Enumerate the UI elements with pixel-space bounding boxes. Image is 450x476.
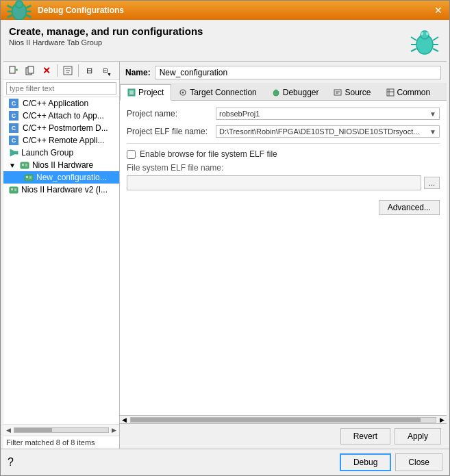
tree-item-new-configuration[interactable]: New_configuratio... (3, 171, 119, 184)
nios-icon (20, 160, 29, 170)
enable-browse-checkbox[interactable] (127, 150, 136, 159)
scroll-left-btn[interactable]: ◀ (120, 416, 129, 423)
enable-browse-label[interactable]: Enable browse for file system ELF file (140, 149, 277, 159)
tree-item-cpp-application[interactable]: C C/C++ Application (3, 97, 119, 110)
svg-rect-28 (15, 151, 18, 154)
filter-input[interactable] (6, 82, 116, 95)
elf-file-row: Project ELF file name: D:\Tresorit\Robin… (127, 125, 440, 138)
h-scroll-thumb (131, 418, 421, 422)
tab-target-label: Target Connection (190, 88, 256, 97)
new-config-btn[interactable] (6, 63, 21, 78)
left-panel: ✕ ⊟ ⊟▼ C C/C++ Application (3, 62, 120, 449)
header-title: Create, manage, and run configurations (9, 25, 203, 37)
project-name-dropdown-arrow[interactable]: ▼ (429, 110, 436, 118)
duplicate-btn[interactable] (23, 63, 38, 78)
svg-rect-33 (25, 175, 33, 181)
file-system-label: File system ELF file name: (127, 163, 440, 173)
project-tab-icon (127, 88, 136, 97)
filter-btn[interactable] (60, 63, 75, 78)
name-label: Name: (125, 68, 151, 77)
expand-arrow: ▼ (9, 162, 16, 169)
collapse-all-btn[interactable]: ⊟ (82, 63, 97, 78)
tab-debugger[interactable]: Debugger (264, 84, 327, 100)
c-icon: C (9, 136, 18, 145)
name-input[interactable] (155, 66, 441, 79)
help-icon[interactable]: ? (8, 456, 14, 468)
close-btn[interactable]: Close (395, 453, 442, 471)
title-text: Debug Configurations (38, 5, 124, 15)
svg-line-7 (27, 15, 32, 18)
tree-item-label: Nios II Hardware (32, 160, 93, 170)
left-toolbar: ✕ ⊟ ⊟▼ (3, 62, 119, 80)
tree-item-cpp-attach[interactable]: C C/C++ Attach to App... (3, 110, 119, 122)
tab-project[interactable]: Project (120, 84, 171, 101)
elf-control: D:\Tresorit\Robin\FPGA\DE10STD_NIOS\DE10… (216, 125, 440, 138)
tree-item-nios-hardware-v2[interactable]: Nios II Hardware v2 (I... (3, 184, 119, 196)
project-name-label: Project name: (127, 109, 216, 118)
target-tab-icon (179, 88, 187, 97)
svg-point-48 (275, 90, 277, 92)
tree-item-label: Nios II Hardware v2 (I... (21, 185, 108, 195)
file-input-row: ... (127, 175, 440, 190)
tree-item-label: C/C++ Attach to App... (23, 111, 104, 121)
scroll-left-arrow[interactable]: ◀ (6, 427, 11, 434)
svg-point-17 (426, 32, 429, 36)
footer-buttons: Debug Close (340, 453, 442, 471)
scroll-right-btn[interactable]: ▶ (438, 416, 447, 423)
tab-debugger-label: Debugger (283, 88, 319, 97)
svg-line-12 (411, 49, 416, 51)
tabs-bar: Project Target Connection Debugger (120, 84, 447, 101)
close-window-btn[interactable]: ✕ (432, 5, 445, 16)
c-icon: C (9, 99, 18, 108)
tab-content-project: Project name: robsebProj1 ▼ Project ELF … (120, 101, 447, 415)
advanced-btn-row: Advanced... (127, 200, 440, 215)
file-path-input[interactable] (127, 175, 421, 190)
divider (127, 143, 440, 144)
scroll-right-arrow[interactable]: ▶ (112, 427, 116, 434)
bottom-bar: Revert Apply (120, 423, 447, 449)
project-name-row: Project name: robsebProj1 ▼ (127, 108, 440, 120)
left-scroll-bar: ◀ ▶ (3, 424, 119, 436)
c-icon: C (9, 111, 18, 121)
tab-source[interactable]: Source (326, 84, 378, 100)
expand-all-btn[interactable]: ⊟▼ (98, 63, 113, 78)
svg-line-13 (433, 37, 438, 40)
tree-item-cpp-remote[interactable]: C C/C++ Remote Appli... (3, 134, 119, 147)
tree-item-cpp-postmortem[interactable]: C C/C++ Postmortem D... (3, 122, 119, 134)
svg-rect-38 (11, 188, 13, 190)
delete-btn[interactable]: ✕ (39, 63, 54, 78)
tree-item-label: C/C++ Postmortem D... (23, 123, 108, 133)
svg-line-10 (411, 37, 416, 40)
tab-target-connection[interactable]: Target Connection (171, 84, 264, 100)
launch-group-icon (9, 148, 18, 158)
main-content: ✕ ⊟ ⊟▼ C C/C++ Application (3, 61, 447, 449)
header: Create, manage, and run configurations N… (1, 20, 449, 61)
debug-configurations-window: Debug Configurations ✕ Create, manage, a… (0, 0, 450, 476)
tab-common[interactable]: Common (379, 84, 438, 100)
tree-item-launch-group[interactable]: Launch Group (3, 147, 119, 159)
tab-project-label: Project (138, 88, 164, 97)
h-scroll-track[interactable] (130, 417, 436, 423)
tree-item-label: Launch Group (21, 148, 73, 158)
revert-btn[interactable]: Revert (340, 428, 390, 444)
svg-rect-22 (28, 66, 34, 73)
debug-btn[interactable]: Debug (340, 453, 391, 471)
tree-item-label: C/C++ Remote Appli... (23, 136, 104, 145)
svg-rect-30 (22, 164, 24, 166)
scroll-track[interactable] (14, 427, 109, 433)
svg-rect-49 (334, 90, 341, 95)
scroll-thumb (14, 428, 52, 432)
elf-dropdown-arrow[interactable]: ▼ (429, 128, 436, 136)
tree-item-nios-hardware[interactable]: ▼ Nios II Hardware (3, 159, 119, 171)
svg-line-15 (433, 49, 438, 51)
apply-btn[interactable]: Apply (395, 428, 441, 444)
header-bug-icon (408, 25, 441, 58)
svg-point-16 (421, 32, 423, 36)
svg-rect-18 (10, 66, 15, 73)
advanced-btn[interactable]: Advanced... (379, 200, 440, 215)
tab-source-label: Source (345, 88, 371, 97)
browse-btn[interactable]: ... (424, 177, 440, 189)
svg-rect-37 (10, 187, 18, 193)
bottom-actions: Revert Apply (340, 428, 441, 444)
left-bottom-area: ◀ ▶ Filter matched 8 of 8 items (3, 424, 119, 449)
